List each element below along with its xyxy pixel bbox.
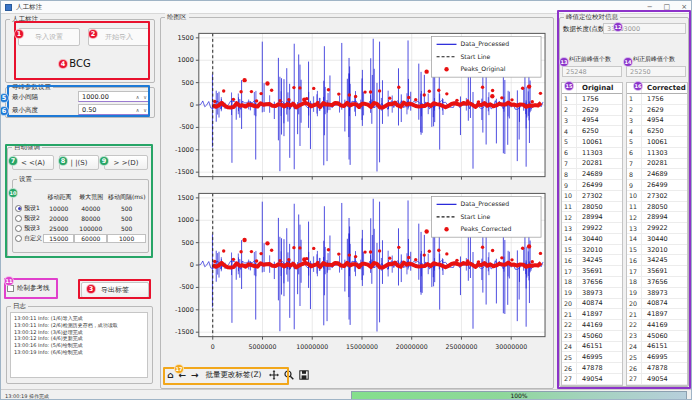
save-icon[interactable] [299,370,309,380]
move-right-button[interactable]: > >(D) [104,155,148,170]
spin-up-icon[interactable]: ∧ [134,94,142,100]
spin-down-icon[interactable]: ∨ [141,94,149,100]
peak-table-row[interactable]: 2546995 [562,352,622,363]
peak-table-row[interactable]: 46250 [562,126,622,137]
peak-table-row[interactable]: 34954 [627,116,687,127]
peak-table-row[interactable]: 926499 [562,180,622,191]
status-bar: 13:00:19 操作完成 100% [1,389,692,400]
peak-table-row[interactable]: 2647878 [562,363,622,374]
peak-table-row[interactable]: 1329922 [562,223,622,234]
peak-table-row[interactable]: 2040874 [562,299,622,310]
peak-table-row[interactable]: 926499 [627,180,687,191]
reference-line-checkbox[interactable] [7,285,14,292]
peak-table-row[interactable]: 2345060 [562,331,622,342]
home-icon[interactable]: ⌂ [167,370,173,380]
peak-table-row[interactable]: 1027302 [562,191,622,202]
preset-label: 自定义 [24,234,43,243]
peak-table-row[interactable]: 510061 [562,137,622,148]
peak-table-row[interactable]: 1735691 [627,266,687,277]
peak-table-row[interactable]: 1228994 [627,212,687,223]
peak-table-row[interactable]: 1938973 [627,288,687,299]
preset-row: 预设22000080000500 [15,213,146,223]
pan-icon[interactable] [269,370,279,380]
radio-button[interactable] [15,235,22,242]
peak-table-row[interactable]: 2446151 [562,342,622,353]
peak-table-row[interactable]: 2647878 [627,363,687,374]
svg-text:1500: 1500 [177,194,193,202]
peak-table-row[interactable]: 1430440 [627,234,687,245]
peak-table-row[interactable]: 824689 [562,169,622,180]
peak-table-row[interactable]: 22629 [627,105,687,116]
peak-table-row[interactable]: 1634245 [562,255,622,266]
peak-table-row[interactable]: 2141897 [627,309,687,320]
svg-text:15000000: 15000000 [346,343,378,350]
max-range-value[interactable]: 60000 [74,234,107,243]
radio-button[interactable] [15,205,22,212]
corrected-peaks-table[interactable]: Corrected 117562262934954462505100616113… [626,82,688,386]
peak-table-row[interactable]: 2446151 [627,342,687,353]
start-import-button[interactable]: 开始导入 [88,28,150,46]
peak-table-row[interactable]: 1938973 [562,288,622,299]
radio-button[interactable] [15,225,22,232]
peak-table-row[interactable]: 611303 [627,148,687,159]
peak-table-row[interactable]: 2749054 [627,374,687,385]
peak-table-row[interactable]: 1837656 [562,277,622,288]
peak-table-row[interactable]: 1532010 [627,245,687,256]
peak-table-row[interactable]: 1735691 [562,266,622,277]
peak-table-row[interactable]: 510061 [627,137,687,148]
peak-table-row[interactable]: 2141897 [562,309,622,320]
min-interval-spinbox[interactable]: 1000.00 ∧∨ [78,91,150,102]
spin-down-icon[interactable]: ∨ [141,107,149,113]
signal-plot-top[interactable]: 150010005000-500-1000-1500Data_Processed… [163,28,551,186]
radio-button[interactable] [15,215,22,222]
peak-table-row[interactable]: 1128050 [562,202,622,213]
import-settings-button[interactable]: 导入设置 [18,28,80,46]
peak-table-row[interactable]: 1634245 [627,255,687,266]
close-button[interactable]: × [681,2,687,13]
maximize-button[interactable]: □ [664,2,671,13]
peak-table-row[interactable]: 720281 [627,159,687,170]
signal-plot-bottom[interactable]: 150010005000-500-1000-150005000000100000… [163,188,551,356]
minimize-button[interactable]: − [647,2,653,13]
move-distance-value[interactable]: 15000 [43,234,74,243]
min-interval-value[interactable]: 1000.00 [79,93,134,101]
peak-table-row[interactable]: 2345060 [627,331,687,342]
zoom-icon[interactable] [284,370,294,380]
svg-text:Start Line: Start Line [460,213,490,220]
peak-table-row[interactable]: 11756 [627,94,687,105]
peak-table-row[interactable]: 2244169 [627,320,687,331]
batch-edit-labels-button[interactable]: 批量更改标签(Z) [204,369,264,381]
back-icon[interactable]: ← [178,370,186,380]
peak-table-row[interactable]: 22629 [562,105,622,116]
peak-table-row[interactable]: 1430440 [562,234,622,245]
peak-table-row[interactable]: 1532010 [562,245,622,256]
peak-table-row[interactable]: 2749054 [562,374,622,385]
peak-table-row[interactable]: 1228994 [562,212,622,223]
peak-table-row[interactable]: 2244169 [562,320,622,331]
peak-table-row[interactable]: 2040874 [627,299,687,310]
peak-table-row[interactable]: 11756 [562,94,622,105]
peak-table-row[interactable]: 611303 [562,148,622,159]
signal-type-label: BCG [6,58,154,69]
peak-table-row[interactable]: 720281 [562,159,622,170]
peak-table-row[interactable]: 1128050 [627,202,687,213]
move-left-button[interactable]: < <(A) [12,155,54,170]
min-height-value[interactable]: 0.50 [79,106,134,114]
peak-table-row[interactable]: 34954 [562,116,622,127]
peak-table-row[interactable]: 1837656 [627,277,687,288]
peak-table-row[interactable]: 46250 [627,126,687,137]
forward-icon[interactable]: → [191,370,199,380]
peak-table-row[interactable]: 1329922 [627,223,687,234]
peak-table-row[interactable]: 824689 [627,169,687,180]
peak-table-row[interactable]: 1027302 [627,191,687,202]
peak-table-row[interactable]: 2546995 [627,352,687,363]
original-peaks-table[interactable]: Original 1175622629349544625051006161130… [561,82,623,386]
move-interval-value[interactable]: 1000 [107,234,146,243]
svg-text:25000000: 25000000 [446,343,478,350]
pause-button[interactable]: | |(S) [59,155,99,170]
spin-up-icon[interactable]: ∧ [134,107,142,113]
auto-adjust-title: 自动微调 [12,143,42,152]
export-labels-button[interactable]: 导出标签 [81,282,149,298]
min-height-spinbox[interactable]: 0.50 ∧∨ [78,104,150,115]
log-area[interactable]: 13:00:11 Info: (1/6)导入完成13:00:11 Info: (… [10,312,148,378]
